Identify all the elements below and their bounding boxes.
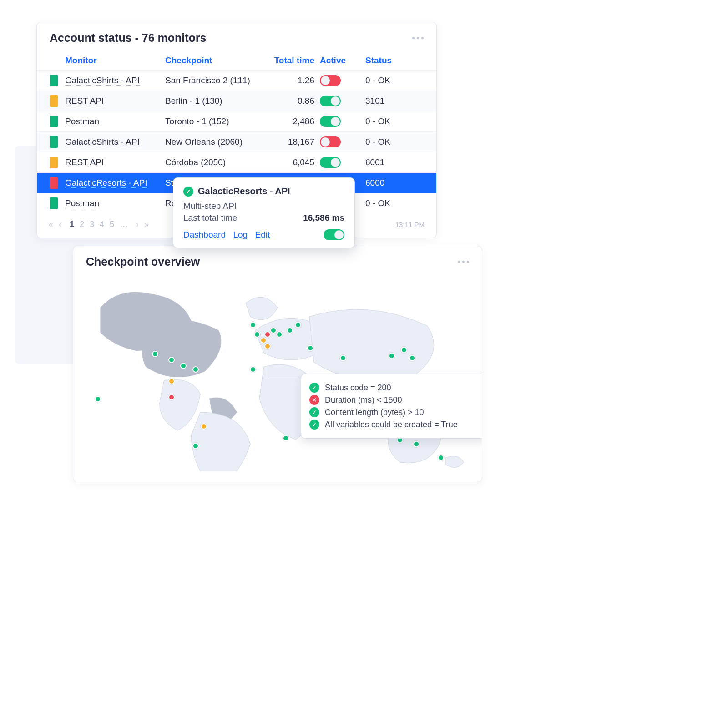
- pager-next-icon[interactable]: ›: [136, 220, 139, 229]
- checkpoint-dot[interactable]: [340, 355, 346, 361]
- total-time-cell: 6,045: [265, 157, 315, 167]
- checkpoint-dot[interactable]: [180, 363, 187, 369]
- checkpoint-dot[interactable]: [283, 435, 289, 441]
- status-cell: 0 - OK: [365, 76, 447, 86]
- status-cell: 3101: [365, 96, 447, 106]
- monitor-link[interactable]: GalacticShirts - API: [65, 76, 140, 86]
- checkpoint-overview-card: Checkpoint overview ✓Status code = 200✕D…: [73, 246, 482, 482]
- status-chip: [50, 157, 58, 168]
- checkpoint-dot[interactable]: [250, 366, 256, 373]
- status-chip: [50, 177, 58, 189]
- popover-last-total-value: 16,586 ms: [303, 213, 344, 223]
- pager-page[interactable]: 5: [110, 220, 114, 229]
- active-toggle[interactable]: [320, 157, 341, 168]
- monitor-link[interactable]: REST API: [65, 157, 104, 167]
- check-circle-icon: ✓: [309, 420, 319, 430]
- status-chip: [50, 136, 58, 148]
- col-checkpoint[interactable]: Checkpoint: [165, 56, 261, 66]
- popover-title: GalacticResorts - API: [198, 186, 290, 197]
- total-time-cell: 18,167: [265, 137, 315, 147]
- table-row[interactable]: REST APIBerlin - 1 (130)0.863101: [37, 91, 436, 111]
- table-row[interactable]: PostmanToronto - 1 (152)2,4860 - OK: [37, 111, 436, 131]
- pager-first-icon[interactable]: «: [49, 220, 53, 229]
- table-row[interactable]: GalacticShirts - APINew Orleans (2060)18…: [37, 131, 436, 152]
- checkpoint-dot[interactable]: [250, 322, 256, 328]
- callout-text: Content length (bytes) > 10: [325, 408, 424, 417]
- table-row[interactable]: REST APICórdoba (2050)6,0456001: [37, 152, 436, 172]
- checkpoint-dot[interactable]: [270, 327, 277, 334]
- monitor-popover: ✓ GalacticResorts - API Multi-step API L…: [173, 177, 355, 248]
- world-map[interactable]: ✓Status code = 200✕Duration (ms) < 1500✓…: [73, 276, 482, 471]
- checkpoint-dot[interactable]: [260, 337, 267, 344]
- checkpoint-dot[interactable]: [95, 396, 101, 402]
- popover-dashboard-link[interactable]: Dashboard: [183, 230, 226, 239]
- status-cell: 6000: [365, 178, 447, 188]
- checkpoint-dot[interactable]: [276, 331, 283, 338]
- monitor-link[interactable]: GalacticShirts - API: [65, 137, 140, 147]
- x-circle-icon: ✕: [309, 395, 319, 405]
- status-cell: 0 - OK: [365, 198, 447, 208]
- callout-text: Duration (ms) < 1500: [325, 395, 402, 405]
- active-toggle[interactable]: [320, 96, 341, 106]
- checkpoint-dot[interactable]: [168, 378, 175, 384]
- monitor-link[interactable]: Postman: [65, 198, 99, 208]
- checkpoint-overview-title: Checkpoint overview: [86, 255, 200, 268]
- popover-active-toggle[interactable]: [324, 229, 344, 240]
- checkpoint-cell: San Francisco 2 (111): [165, 76, 261, 86]
- card-menu-icon[interactable]: [458, 261, 469, 263]
- col-total-time[interactable]: Total time: [265, 56, 315, 66]
- checkpoint-dot[interactable]: [168, 357, 175, 363]
- pager-page[interactable]: 3: [90, 220, 94, 229]
- checkpoint-dot[interactable]: [254, 331, 260, 338]
- col-status[interactable]: Status: [365, 56, 447, 66]
- popover-last-total-label: Last total time: [183, 213, 237, 223]
- pager-last-icon[interactable]: »: [144, 220, 149, 229]
- checkpoint-cell: Berlin - 1 (130): [165, 96, 261, 106]
- pager-prev-icon[interactable]: ‹: [59, 220, 61, 229]
- pager-page[interactable]: 2: [80, 220, 84, 229]
- checkpoint-dot[interactable]: [389, 353, 395, 359]
- checkpoint-dot[interactable]: [152, 351, 158, 357]
- callout-item: ✓Content length (bytes) > 10: [309, 407, 479, 417]
- checkpoint-callout: ✓Status code = 200✕Duration (ms) < 1500✓…: [301, 374, 482, 439]
- callout-text: All variables could be created = True: [325, 420, 458, 430]
- checkpoint-dot[interactable]: [307, 345, 313, 351]
- active-toggle[interactable]: [320, 75, 341, 86]
- active-toggle[interactable]: [320, 116, 341, 127]
- pager-page[interactable]: 1: [70, 220, 74, 229]
- pager-page[interactable]: …: [120, 220, 128, 229]
- checkpoint-cell: Toronto - 1 (152): [165, 116, 261, 126]
- active-toggle[interactable]: [320, 136, 341, 147]
- checkpoint-dot[interactable]: [413, 441, 420, 447]
- checkpoint-dot[interactable]: [287, 327, 293, 334]
- checkpoint-dot[interactable]: [201, 423, 207, 430]
- monitor-link[interactable]: REST API: [65, 96, 104, 106]
- checkpoint-dot[interactable]: [295, 322, 301, 328]
- callout-item: ✓All variables could be created = True: [309, 420, 479, 430]
- callout-connector: [269, 337, 301, 378]
- check-circle-icon: ✓: [309, 383, 319, 393]
- callout-item: ✕Duration (ms) < 1500: [309, 395, 479, 405]
- col-active[interactable]: Active: [320, 56, 361, 66]
- table-header: Monitor Checkpoint Total time Active Sta…: [37, 52, 436, 70]
- monitor-link[interactable]: GalacticResorts - API: [65, 178, 147, 188]
- checkpoint-dot[interactable]: [409, 355, 415, 361]
- checkpoint-dot[interactable]: [168, 394, 175, 400]
- card-menu-icon[interactable]: [412, 37, 424, 39]
- checkpoint-cell: New Orleans (2060): [165, 137, 261, 147]
- col-monitor[interactable]: Monitor: [65, 56, 161, 66]
- checkpoint-dot[interactable]: [192, 366, 199, 373]
- popover-subtitle: Multi-step API: [183, 201, 237, 211]
- popover-log-link[interactable]: Log: [233, 230, 248, 239]
- checkpoint-dot[interactable]: [438, 455, 444, 461]
- pager-page[interactable]: 4: [100, 220, 104, 229]
- popover-edit-link[interactable]: Edit: [255, 230, 270, 239]
- status-cell: 0 - OK: [365, 116, 447, 126]
- monitor-link[interactable]: Postman: [65, 116, 99, 126]
- check-circle-icon: ✓: [309, 407, 319, 417]
- checkpoint-dot[interactable]: [264, 331, 271, 338]
- checkpoint-dot[interactable]: [264, 343, 271, 349]
- checkpoint-dot[interactable]: [192, 443, 199, 449]
- checkpoint-dot[interactable]: [401, 347, 407, 353]
- table-row[interactable]: GalacticShirts - APISan Francisco 2 (111…: [37, 70, 436, 91]
